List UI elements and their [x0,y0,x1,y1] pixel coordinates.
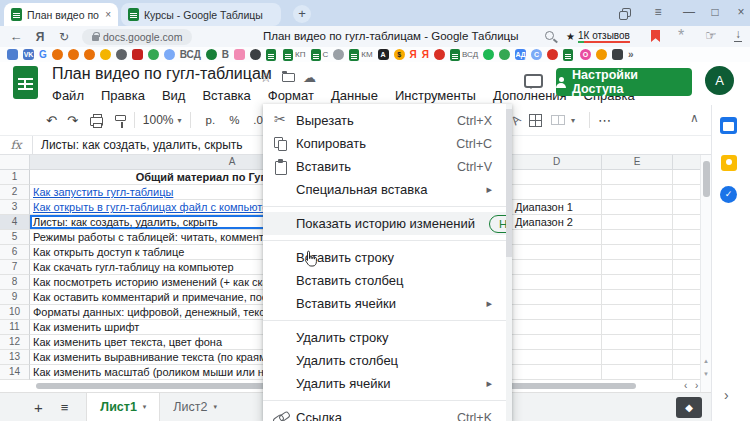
cell[interactable] [673,275,700,290]
merge-cells-icon[interactable] [551,115,565,125]
menu-bar-item[interactable]: Вставка [202,88,250,103]
site-reviews[interactable]: ★1К отзывов [566,30,630,43]
explore-button[interactable]: ◆ [676,397,702,418]
cell-d[interactable]: Диапазон 1 [512,200,602,215]
cell-d[interactable] [512,185,602,200]
borders-icon[interactable] [529,114,542,127]
zoom-select[interactable]: 100%▾ [143,113,182,127]
cell[interactable] [602,260,673,275]
collapse-panel-icon[interactable]: › [724,387,729,403]
cell[interactable] [602,275,673,290]
comment-icon[interactable] [524,74,543,88]
cell-d[interactable] [512,275,602,290]
bookmark-item[interactable]: G [39,49,47,60]
column-header[interactable] [673,155,700,170]
bookmark-item[interactable] [333,49,344,60]
row-number[interactable]: 2 [0,185,30,200]
cell[interactable] [602,245,673,260]
cell[interactable] [602,200,673,215]
cell[interactable] [602,365,673,380]
cell-d[interactable] [512,350,602,365]
cell[interactable] [673,200,700,215]
bookmark-item[interactable] [164,49,175,60]
bookmark-item[interactable] [547,49,558,60]
move-folder-icon[interactable] [282,73,295,82]
back-icon[interactable]: ← [8,26,24,47]
cell[interactable] [602,215,673,230]
cell[interactable] [673,260,700,275]
bookmark-item[interactable] [266,48,278,61]
context-menu-item[interactable]: Удалить столбец [263,349,512,372]
window-maximize-button[interactable]: □ [706,4,724,20]
context-menu-item[interactable]: Ссылка Ctrl+K [263,406,512,421]
menu-bar-item[interactable]: Правка [101,88,145,103]
chevron-down-icon[interactable]: ▾ [571,116,575,125]
window-close-button[interactable]: × [732,4,750,20]
select-all-corner[interactable] [0,155,30,170]
row-number[interactable]: 14 [0,365,30,380]
add-sheet-button[interactable]: + [34,399,43,416]
sheet-tab[interactable]: Лист2 ▾ [160,393,230,421]
menu-bar-item[interactable]: Формат [268,88,314,103]
bookmark-item[interactable]: КП [283,48,305,61]
bookmark-item[interactable] [52,49,63,60]
extensions-icon[interactable]: * [678,27,684,45]
more-options-icon[interactable]: ⋯ [598,113,611,128]
cell-d[interactable] [512,260,602,275]
bookmark-item[interactable] [206,49,217,60]
browser-menu-icon[interactable]: ≡ [649,4,667,20]
tab-overview-icon[interactable] [614,7,632,23]
omnibox-page-title[interactable]: План видео по гугл-таблицам - Google Таб… [263,30,518,42]
row-number[interactable]: 7 [0,260,30,275]
cell-d[interactable] [512,365,602,380]
context-menu-item[interactable]: Показать историю изменений Новое [263,212,512,235]
cell[interactable] [673,215,700,230]
bookmark-item[interactable]: Я [410,49,417,60]
cell[interactable] [602,185,673,200]
bookmark-flag-icon[interactable] [651,30,660,42]
context-menu-item[interactable]: Удалить ячейки ▸ [263,372,512,395]
bookmark-item[interactable]: В [222,49,229,60]
cell[interactable] [673,170,700,185]
cell-d[interactable] [512,245,602,260]
row-number[interactable]: 4 [0,215,30,230]
context-menu-item[interactable]: Копировать Ctrl+C [263,132,512,155]
bookmark-item[interactable]: О [580,49,591,60]
column-header-e[interactable]: E [602,155,673,170]
cell[interactable] [602,320,673,335]
row-number[interactable]: 10 [0,305,30,320]
print-icon[interactable] [90,108,103,132]
cell-d[interactable] [512,335,602,350]
cell-d[interactable] [512,305,602,320]
calendar-icon[interactable] [720,117,737,134]
menu-bar-item[interactable]: Данные [331,88,378,103]
bookmark-item[interactable] [148,49,159,60]
context-menu-item[interactable] [263,206,512,207]
menu-scrollbar-thumb[interactable] [506,109,512,257]
bookmark-item[interactable] [132,49,143,60]
all-sheets-icon[interactable]: ≡ [61,400,69,415]
cell[interactable] [673,350,700,365]
bookmark-item[interactable] [434,49,445,60]
bookmark-item[interactable] [100,49,111,60]
scroll-left-icon[interactable]: ‹ [684,380,687,391]
context-menu-item[interactable]: Вставить строку [263,246,512,269]
document-title[interactable]: План видео по гугл-таблицам [52,65,272,83]
menu-scrollbar[interactable] [506,104,512,421]
paint-format-icon[interactable] [115,108,126,132]
bookmark-item[interactable] [563,48,575,61]
cell[interactable] [602,350,673,365]
row-number[interactable]: 1 [0,170,30,185]
bookmark-item[interactable] [596,49,607,60]
menu-bar-item[interactable]: Инструменты [395,88,476,103]
row-number[interactable]: 8 [0,275,30,290]
undo-icon[interactable]: ↶ [46,108,57,132]
cell[interactable] [602,230,673,245]
new-tab-button[interactable]: + [293,5,311,23]
cell-d[interactable] [512,230,602,245]
row-number[interactable]: 5 [0,230,30,245]
vertical-scrollbar[interactable]: ▲ ▼ [700,155,711,392]
row-number[interactable]: 13 [0,350,30,365]
cell[interactable] [602,290,673,305]
redo-icon[interactable]: ↷ [67,108,78,132]
